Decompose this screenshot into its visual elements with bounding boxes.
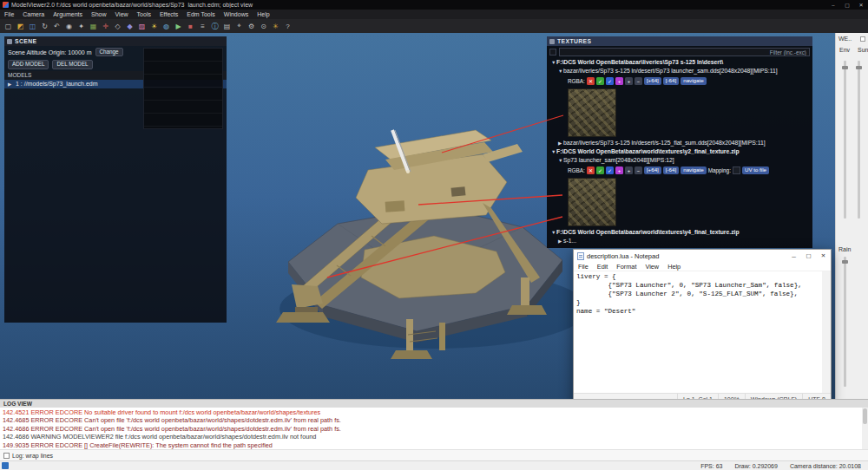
mip-plus-icon[interactable]	[625, 166, 633, 174]
camera-view-icon[interactable]: ◉	[63, 21, 75, 32]
textures-panel-header[interactable]: TEXTURES	[547, 36, 812, 46]
environment-toggle-icon[interactable]: ◍	[161, 21, 172, 32]
notepad-menu-file[interactable]: File	[574, 263, 593, 271]
red-channel-button[interactable]	[587, 77, 595, 85]
texture-group-path-3[interactable]: F:\DCS World OpenBeta\bazar\world\textur…	[547, 228, 812, 237]
notepad-text[interactable]: livery = { {"SP73 Launcher", 0, "SP73 La…	[576, 272, 821, 393]
notepad-menu-edit[interactable]: Edit	[593, 263, 613, 271]
textures-toggle-icon[interactable]: ▨	[136, 21, 148, 32]
animation-stop-icon[interactable]: ■	[185, 21, 196, 32]
undo-icon[interactable]: ↶	[51, 21, 62, 32]
notepad-menu-help[interactable]: Help	[663, 263, 685, 271]
minus64-button[interactable]: [-64]	[663, 77, 679, 85]
log-scroll-thumb[interactable]	[863, 408, 867, 424]
texture-item-1[interactable]: bazar/liveries/Sp73 s-125 ln/desert/Sp73…	[547, 67, 812, 75]
add-model-button[interactable]: ADD MODEL	[8, 60, 49, 69]
effects-icon[interactable]: ✳	[270, 21, 281, 32]
minus64-button[interactable]: [-64]	[663, 166, 679, 174]
alpha-channel-button[interactable]	[615, 77, 623, 85]
menu-show[interactable]: Show	[87, 10, 111, 19]
filter-options-icon[interactable]	[549, 49, 556, 55]
scene-panel-header[interactable]: SCENE	[4, 36, 227, 46]
mip-minus-icon[interactable]	[635, 166, 642, 174]
close-icon[interactable]	[816, 250, 831, 262]
mip-minus-icon[interactable]	[635, 77, 642, 85]
axes-toggle-icon[interactable]: ✛	[100, 21, 111, 32]
red-channel-button[interactable]	[587, 166, 595, 174]
notepad-window: description.lua - Notepad FileEditFormat…	[573, 249, 832, 405]
sun-slider-handle[interactable]	[856, 66, 862, 69]
expand-icon[interactable]	[8, 82, 13, 87]
change-altitude-button[interactable]: Change	[95, 48, 123, 56]
blue-channel-button[interactable]	[606, 77, 614, 85]
texture-group-path-1[interactable]: F:\DCS World OpenBeta\bazar\liveries\Sp7…	[547, 58, 812, 67]
settings-icon[interactable]: ⚙	[246, 21, 257, 32]
sun-slider[interactable]	[858, 61, 860, 219]
navigate-button[interactable]: navigate	[681, 77, 706, 85]
texture-item-2[interactable]: bazar/liveries/Sp73 s-125 ln/desert/s-12…	[547, 139, 812, 147]
green-channel-button[interactable]	[596, 166, 604, 174]
plus64-button[interactable]: [+64]	[644, 77, 661, 85]
rain-slider[interactable]	[844, 257, 846, 387]
save-scene-icon[interactable]: ◫	[27, 21, 38, 32]
help-icon[interactable]: ?	[282, 21, 293, 32]
lighting-toggle-icon[interactable]: ☀	[148, 21, 160, 32]
menu-tools[interactable]: Tools	[133, 10, 155, 19]
wireframe-toggle-icon[interactable]: ◇	[112, 21, 123, 32]
menu-effects[interactable]: Effects	[155, 10, 182, 19]
notepad-menu-view[interactable]: View	[641, 263, 663, 271]
maximize-icon[interactable]	[801, 250, 816, 262]
green-channel-button[interactable]	[596, 77, 604, 85]
wrap-lines-checkbox[interactable]	[3, 453, 10, 459]
texture-preview-2[interactable]	[568, 178, 616, 226]
log-scrollbar[interactable]	[862, 408, 868, 449]
texture-item-4[interactable]: s-1...	[547, 237, 812, 245]
menu-file[interactable]: File	[0, 10, 18, 19]
reload-model-icon[interactable]: ↻	[39, 21, 50, 32]
search-icon[interactable]: ⊙	[258, 21, 269, 32]
texture-filter-input[interactable]	[559, 48, 810, 56]
navigate-button[interactable]: navigate	[681, 166, 706, 174]
menu-edm-tools[interactable]: Edm Tools	[182, 10, 220, 19]
arguments-panel-icon[interactable]: ≡	[197, 21, 208, 32]
animation-play-icon[interactable]: ▶	[173, 21, 184, 32]
console-panel-icon[interactable]: ▤	[221, 21, 233, 32]
rain-slider-handle[interactable]	[842, 260, 848, 264]
measure-tool-icon[interactable]: ⌖	[233, 21, 245, 32]
minimize-icon[interactable]	[786, 250, 801, 262]
alpha-channel-button[interactable]	[615, 166, 623, 174]
plus64-button[interactable]: [+64]	[644, 166, 661, 174]
shading-toggle-icon[interactable]: ◆	[124, 21, 135, 32]
texture-preview-1[interactable]	[568, 88, 616, 137]
texture-group-path-2[interactable]: F:\DCS World OpenBeta\bazar\world\textur…	[547, 147, 812, 156]
maximize-icon[interactable]	[840, 0, 854, 10]
mip-plus-icon[interactable]	[625, 77, 633, 85]
menu-windows[interactable]: Windows	[220, 10, 253, 19]
notepad-menu-format[interactable]: Format	[612, 263, 641, 271]
taskbar-app-icon[interactable]	[2, 462, 9, 469]
env-slider[interactable]	[844, 61, 846, 219]
mapping-checkbox[interactable]	[733, 166, 740, 174]
rgba-label: RGBA:	[568, 78, 585, 84]
log-view-header[interactable]: LOG VIEW	[0, 399, 868, 408]
info-panel-icon[interactable]: ⓘ	[209, 21, 220, 32]
notepad-scrollbar[interactable]	[822, 271, 831, 393]
new-scene-icon[interactable]: ▢	[3, 21, 14, 32]
uv-to-file-button[interactable]: UV to file	[742, 166, 769, 174]
texture-item-3[interactable]: Sp73 launcher_sam[2048x2048][MIPS:12]	[547, 156, 812, 165]
menu-help[interactable]: Help	[253, 10, 273, 19]
menu-camera[interactable]: Camera	[18, 10, 49, 19]
env-slider-handle[interactable]	[842, 66, 848, 69]
screenshot-icon[interactable]: ✦	[76, 21, 87, 32]
log-content[interactable]: 142.4521 ERROR EDCORE No suitable driver…	[0, 408, 862, 449]
weather-collapse-checkbox[interactable]	[860, 36, 865, 42]
menu-view[interactable]: View	[111, 10, 133, 19]
del-model-button[interactable]: DEL MODEL	[52, 60, 92, 69]
close-icon[interactable]	[854, 0, 868, 10]
menu-arguments[interactable]: Arguments	[49, 10, 87, 19]
blue-channel-button[interactable]	[606, 166, 614, 174]
grid-toggle-icon[interactable]: ▦	[88, 21, 99, 32]
open-model-icon[interactable]: ◩	[15, 21, 26, 32]
notepad-title-bar[interactable]: description.lua - Notepad	[574, 250, 831, 262]
minimize-icon[interactable]	[826, 0, 840, 10]
